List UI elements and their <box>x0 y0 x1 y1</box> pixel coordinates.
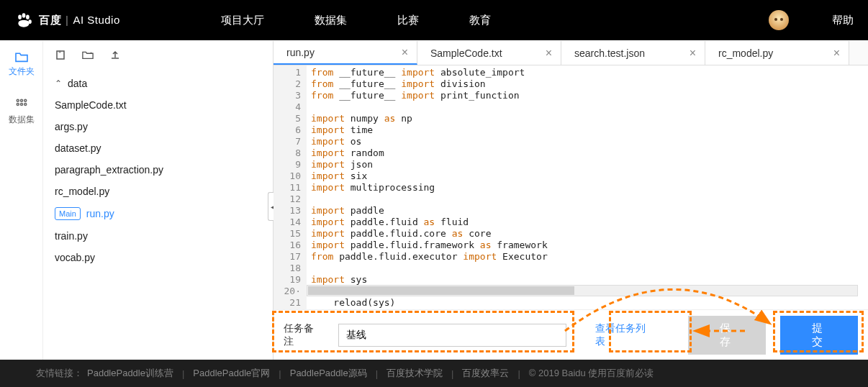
main-area: 文件夹 数据集 + + ⌃data SampleCode.txt args.py… <box>0 40 868 360</box>
close-icon[interactable]: × <box>690 47 696 60</box>
scrollbar-horizontal[interactable] <box>307 285 858 296</box>
svg-point-4 <box>17 99 19 101</box>
svg-point-6 <box>24 99 26 101</box>
tree-file[interactable]: train.py <box>43 225 273 247</box>
tab-rcmodel[interactable]: rc_model.py× <box>705 41 849 65</box>
main-badge: Main <box>55 207 81 220</box>
footer-lead: 友情链接： <box>36 367 83 380</box>
grid-icon <box>14 98 29 111</box>
side-tab-files[interactable]: 文件夹 <box>0 41 42 88</box>
svg-point-2 <box>26 14 30 19</box>
tab-samplecode[interactable]: SampleCode.txt× <box>417 41 561 65</box>
top-nav: 项目大厅 数据集 比赛 教育 <box>221 14 491 27</box>
logo-text: 百度|AI Studio <box>39 14 120 27</box>
task-note-input[interactable] <box>338 324 567 347</box>
nav-datasets[interactable]: 数据集 <box>315 14 347 27</box>
tree-file[interactable]: SampleCode.txt <box>43 94 273 116</box>
svg-text:+: + <box>90 50 93 55</box>
footer-link[interactable]: 百度效率云 <box>462 367 509 380</box>
tab-label: run.py <box>286 47 315 58</box>
action-bar: 任务备注 查看任务列表 保 存 提 交 <box>273 309 868 360</box>
nav-projects[interactable]: 项目大厅 <box>221 14 264 27</box>
tab-label: rc_model.py <box>718 47 773 59</box>
close-icon[interactable]: × <box>402 46 408 59</box>
svg-point-1 <box>22 13 26 18</box>
new-folder-icon[interactable]: + <box>82 49 94 60</box>
code-editor[interactable]: 1234567891011121314151617181920·21222324… <box>273 65 868 309</box>
editor-zone: ◀ run.py× SampleCode.txt× search.test.js… <box>273 41 868 360</box>
svg-point-5 <box>20 99 22 101</box>
logo[interactable]: 百度|AI Studio <box>14 11 135 29</box>
side-tab-files-label: 文件夹 <box>9 66 35 76</box>
top-bar: 百度|AI Studio 项目大厅 数据集 比赛 教育 帮助 <box>0 0 868 40</box>
tree-file-label: run.py <box>86 208 114 219</box>
close-icon[interactable]: × <box>546 47 552 60</box>
folder-label: data <box>68 78 87 89</box>
tree-file[interactable]: dataset.py <box>43 137 273 159</box>
tree-file-main[interactable]: Mainrun.py <box>43 202 273 225</box>
tree-file[interactable]: rc_model.py <box>43 181 273 202</box>
footer: 友情链接： PaddlePaddle训练营| PaddlePaddle官网| P… <box>0 360 868 387</box>
avatar[interactable] <box>769 10 789 30</box>
tab-label: search.test.json <box>574 47 645 59</box>
side-tab-dataset-label: 数据集 <box>9 114 35 124</box>
submit-button[interactable]: 提 交 <box>780 316 858 355</box>
file-explorer: + + ⌃data SampleCode.txt args.py dataset… <box>43 41 273 360</box>
tree-file[interactable]: vocab.py <box>43 247 273 268</box>
folder-icon <box>14 51 29 63</box>
save-button[interactable]: 保 存 <box>688 316 766 355</box>
svg-point-0 <box>18 14 22 19</box>
tree-file[interactable]: paragraph_extraction.py <box>43 159 273 181</box>
svg-point-8 <box>20 104 22 106</box>
file-tree: ⌃data SampleCode.txt args.py dataset.py … <box>43 68 273 273</box>
tree-file[interactable]: args.py <box>43 116 273 137</box>
nav-edu[interactable]: 教育 <box>469 14 491 27</box>
footer-copyright: © 2019 Baidu 使用百度前必读 <box>529 367 654 380</box>
view-tasks-link[interactable]: 查看任务列表 <box>595 322 655 348</box>
svg-point-7 <box>17 104 19 106</box>
side-tab-dataset[interactable]: 数据集 <box>0 88 42 136</box>
new-file-icon[interactable]: + <box>55 49 66 60</box>
tab-runpy[interactable]: run.py× <box>273 41 417 65</box>
chevron-up-icon: ⌃ <box>55 78 62 88</box>
footer-link[interactable]: 百度技术学院 <box>386 367 443 380</box>
side-nav: 文件夹 数据集 <box>0 41 43 360</box>
tab-searchjson[interactable]: search.test.json× <box>561 41 705 65</box>
svg-point-9 <box>24 104 26 106</box>
upload-icon[interactable] <box>109 49 121 60</box>
nav-compete[interactable]: 比赛 <box>397 14 419 27</box>
baidu-paw-icon <box>14 11 33 29</box>
tab-label: SampleCode.txt <box>430 47 502 59</box>
note-label: 任务备注 <box>284 322 324 348</box>
editor-tabs: run.py× SampleCode.txt× search.test.json… <box>273 41 868 65</box>
svg-text:+: + <box>58 50 61 55</box>
footer-link[interactable]: PaddlePaddle官网 <box>193 367 270 380</box>
help-link[interactable]: 帮助 <box>832 14 854 27</box>
explorer-toolbar: + + <box>43 41 273 68</box>
footer-link[interactable]: PaddlePaddle训练营 <box>87 367 173 380</box>
footer-link[interactable]: PaddlePaddle源码 <box>290 367 367 380</box>
close-icon[interactable]: × <box>833 47 840 60</box>
tree-folder-data[interactable]: ⌃data <box>43 73 273 94</box>
